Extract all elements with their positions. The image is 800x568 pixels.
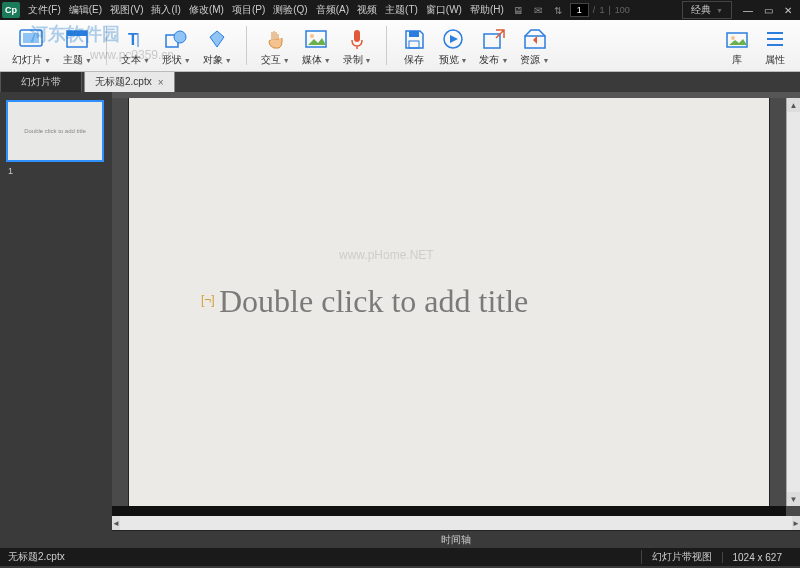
status-bar: 无标题2.cptx 幻灯片带视图 1024 x 627 — [0, 548, 800, 566]
shapes-icon — [164, 26, 188, 52]
svg-rect-10 — [354, 30, 360, 42]
workspace: Double click to add title 1 www.pHome.NE… — [0, 92, 800, 548]
sync-icon[interactable]: ⇅ — [551, 3, 565, 17]
page-sep: / — [593, 5, 596, 15]
objects-button[interactable]: 对象▼ — [197, 23, 238, 69]
interactions-button[interactable]: 交互▼ — [255, 23, 296, 69]
scroll-left-icon[interactable]: ◄ — [112, 516, 120, 530]
image-icon — [304, 26, 328, 52]
themes-icon — [65, 26, 89, 52]
themes-button[interactable]: 主题▼ — [57, 23, 98, 69]
publish-icon — [482, 26, 506, 52]
save-button[interactable]: 保存 — [395, 23, 433, 69]
status-filename: 无标题2.cptx — [8, 550, 65, 564]
menu-file[interactable]: 文件(F) — [24, 1, 65, 19]
slide-number: 1 — [6, 166, 106, 176]
app-icon: Cp — [2, 2, 20, 18]
monitor-icon[interactable]: 🖥 — [511, 3, 525, 17]
library-icon — [725, 26, 749, 52]
scroll-right-icon[interactable]: ► — [792, 516, 800, 530]
menu-modify[interactable]: 修改(M) — [185, 1, 228, 19]
page-total: 1 — [599, 5, 604, 15]
hamburger-icon — [765, 26, 785, 52]
svg-point-17 — [731, 36, 735, 40]
media-button[interactable]: 媒体▼ — [296, 23, 337, 69]
menu-bar: Cp 文件(F) 编辑(E) 视图(V) 插入(I) 修改(M) 项目(P) 测… — [0, 0, 800, 20]
library-button[interactable]: 库 — [718, 23, 756, 69]
svg-point-9 — [310, 34, 314, 38]
objects-icon — [206, 26, 228, 52]
tab-bar: 幻灯片带 无标题2.cptx × — [0, 72, 800, 92]
status-dimensions: 1024 x 627 — [722, 552, 793, 563]
assets-icon — [523, 26, 547, 52]
svg-point-7 — [174, 31, 186, 43]
watermark-url2: www.pHome.NET — [339, 248, 434, 262]
menu-audio[interactable]: 音频(A) — [312, 1, 353, 19]
slide-thumbnail-1[interactable]: Double click to add title — [6, 100, 104, 162]
minimize-button[interactable]: — — [738, 2, 758, 18]
preview-button[interactable]: 预览▼ — [433, 23, 474, 69]
layout-dropdown[interactable]: 经典 ▼ — [682, 1, 732, 19]
document-tab[interactable]: 无标题2.cptx × — [84, 71, 175, 92]
scroll-down-icon[interactable]: ▼ — [787, 492, 800, 506]
timeline-tab[interactable]: 时间轴 — [112, 530, 800, 548]
horizontal-scrollbar[interactable]: ◄ ► — [112, 516, 800, 530]
vertical-scrollbar[interactable]: ▲ ▼ — [786, 98, 800, 506]
slide-canvas[interactable]: www.pHome.NET [¬] Double click to add ti… — [129, 98, 769, 506]
publish-button[interactable]: 发布▼ — [473, 23, 514, 69]
zoom-sep: | — [608, 5, 610, 15]
svg-rect-3 — [67, 31, 87, 36]
toolbar: 河东软件园 www.pc0359.cn 幻灯片▼ 主题▼ T 文本▼ 形状▼ 对… — [0, 20, 800, 72]
mail-icon[interactable]: ✉ — [531, 3, 545, 17]
svg-rect-11 — [409, 31, 419, 37]
menu-insert[interactable]: 插入(I) — [147, 1, 184, 19]
document-tab-label: 无标题2.cptx — [95, 75, 152, 89]
record-button[interactable]: 录制▼ — [337, 23, 378, 69]
scroll-up-icon[interactable]: ▲ — [787, 98, 800, 112]
status-view[interactable]: 幻灯片带视图 — [641, 550, 722, 564]
tab-close-icon[interactable]: × — [158, 77, 164, 88]
svg-text:T: T — [128, 31, 138, 48]
menu-edit[interactable]: 编辑(E) — [65, 1, 106, 19]
title-marker-icon: [¬] — [201, 293, 215, 307]
shapes-button[interactable]: 形状▼ — [156, 23, 197, 69]
menu-theme[interactable]: 主题(T) — [381, 1, 422, 19]
menu-view[interactable]: 视图(V) — [106, 1, 147, 19]
close-button[interactable]: ✕ — [778, 2, 798, 18]
canvas-area[interactable]: www.pHome.NET [¬] Double click to add ti… — [112, 98, 786, 506]
maximize-button[interactable]: ▭ — [758, 2, 778, 18]
title-placeholder[interactable]: Double click to add title — [219, 283, 729, 320]
slides-button[interactable]: 幻灯片▼ — [6, 23, 57, 69]
page-current[interactable]: 1 — [570, 3, 589, 17]
svg-rect-1 — [23, 33, 39, 43]
text-button[interactable]: T 文本▼ — [115, 23, 156, 69]
slide-bottom-strip — [112, 506, 786, 516]
slides-icon — [19, 26, 43, 52]
assets-button[interactable]: 资源▼ — [514, 23, 555, 69]
text-icon: T — [124, 26, 146, 52]
menu-video[interactable]: 视频 — [353, 1, 381, 19]
menu-window[interactable]: 窗口(W) — [422, 1, 466, 19]
menu-project[interactable]: 项目(P) — [228, 1, 269, 19]
filmstrip-tab[interactable]: 幻灯片带 — [0, 71, 82, 92]
editor-area: www.pHome.NET [¬] Double click to add ti… — [112, 92, 800, 548]
svg-rect-12 — [409, 41, 419, 48]
filmstrip-panel: Double click to add title 1 — [0, 92, 112, 548]
save-icon — [403, 26, 425, 52]
menu-quiz[interactable]: 测验(Q) — [269, 1, 311, 19]
zoom-value[interactable]: 100 — [615, 5, 630, 15]
mic-icon — [349, 26, 365, 52]
properties-button[interactable]: 属性 — [756, 23, 794, 69]
menu-help[interactable]: 帮助(H) — [466, 1, 508, 19]
play-icon — [442, 26, 464, 52]
hand-icon — [264, 26, 286, 52]
